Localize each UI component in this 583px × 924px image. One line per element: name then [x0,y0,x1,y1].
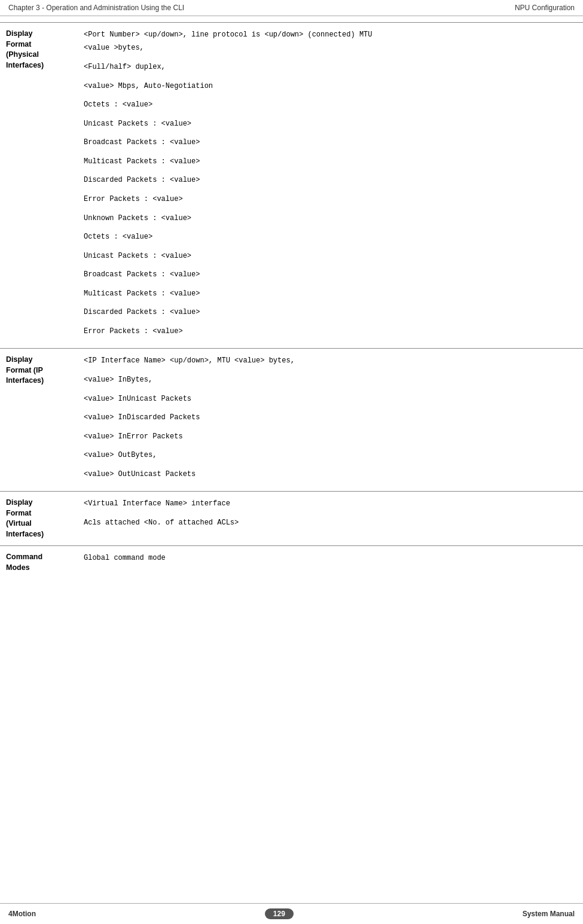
content-line: <value> OutBytes, [84,449,575,461]
row-label-display-format-ip: DisplayFormat (IPInterfaces) [0,349,78,491]
main-content: DisplayFormat(PhysicalInterfaces)<Port N… [0,16,583,581]
page-footer: 4Motion 129 System Manual [0,903,583,924]
section-title: NPU Configuration [515,4,575,12]
content-line [84,301,575,305]
content-line: <value> OutUnicast Packets [84,468,575,480]
row-label-display-format-virtual: DisplayFormat(VirtualInterfaces) [0,492,78,545]
doc-row-display-format-physical: DisplayFormat(PhysicalInterfaces)<Port N… [0,22,583,348]
content-line [84,169,575,173]
doc-row-display-format-virtual: DisplayFormat(VirtualInterfaces)<Virtual… [0,491,583,545]
content-line [84,93,575,97]
content-line [84,406,575,410]
content-line: <value> InUnicast Packets [84,393,575,405]
content-line [84,463,575,467]
row-content-display-format-ip: <IP Interface Name> <up/down>, MTU <valu… [78,349,583,491]
row-content-display-format-virtual: <Virtual Interface Name> interface Acls … [78,492,583,545]
content-line [84,150,575,154]
content-line: Global command mode [84,552,575,564]
content-line: Unicast Packets : <value> [84,118,575,130]
content-line: Unicast Packets : <value> [84,250,575,262]
content-line: Acls attached <No. of attached ACLs> [84,517,575,529]
content-line: <Port Number> <up/down>, line protocol i… [84,29,575,41]
content-line: Octets : <value> [84,99,575,111]
chapter-title: Chapter 3 - Operation and Administration… [8,4,184,12]
rows-container: DisplayFormat(PhysicalInterfaces)<Port N… [0,22,583,581]
content-line: <Full/half> duplex, [84,61,575,73]
row-label-command-modes: CommandModes [0,546,78,581]
content-line [84,112,575,117]
doc-row-command-modes: CommandModesGlobal command mode [0,545,583,581]
content-line [84,245,575,249]
content-line [84,282,575,286]
content-line: <Virtual Interface Name> interface [84,498,575,510]
row-label-display-format-physical: DisplayFormat(PhysicalInterfaces) [0,23,78,348]
footer-left: 4Motion [8,910,36,918]
content-line: <value> InError Packets [84,431,575,443]
content-line [84,263,575,267]
content-line: Octets : <value> [84,231,575,243]
content-line [84,188,575,192]
content-line [84,511,575,516]
content-line [84,425,575,429]
content-line [84,56,575,60]
content-line [84,368,575,373]
content-line: Error Packets : <value> [84,325,575,337]
content-line: Broadcast Packets : <value> [84,269,575,280]
content-line [84,131,575,135]
page-number: 129 [265,908,294,919]
footer-right: System Manual [523,910,575,918]
content-line: Error Packets : <value> [84,193,575,205]
content-line [84,206,575,211]
content-line [84,387,575,391]
row-content-command-modes: Global command mode [78,546,583,581]
content-line: Broadcast Packets : <value> [84,136,575,148]
doc-row-display-format-ip: DisplayFormat (IPInterfaces)<IP Interfac… [0,348,583,491]
content-line [84,320,575,324]
content-line: <value >bytes, [84,42,575,54]
content-line [84,74,575,78]
page-header: Chapter 3 - Operation and Administration… [0,0,583,16]
content-line: <value> Mbps, Auto-Negotiation [84,80,575,92]
content-line: <value> InDiscarded Packets [84,411,575,423]
content-line [84,225,575,230]
content-line: Multicast Packets : <value> [84,155,575,167]
content-line: Unknown Packets : <value> [84,212,575,224]
content-line: <IP Interface Name> <up/down>, MTU <valu… [84,355,575,367]
content-line: Multicast Packets : <value> [84,288,575,300]
content-line [84,444,575,448]
content-line: Discarded Packets : <value> [84,174,575,186]
content-line: Discarded Packets : <value> [84,306,575,318]
content-line: <value> InBytes, [84,374,575,386]
row-content-display-format-physical: <Port Number> <up/down>, line protocol i… [78,23,583,348]
